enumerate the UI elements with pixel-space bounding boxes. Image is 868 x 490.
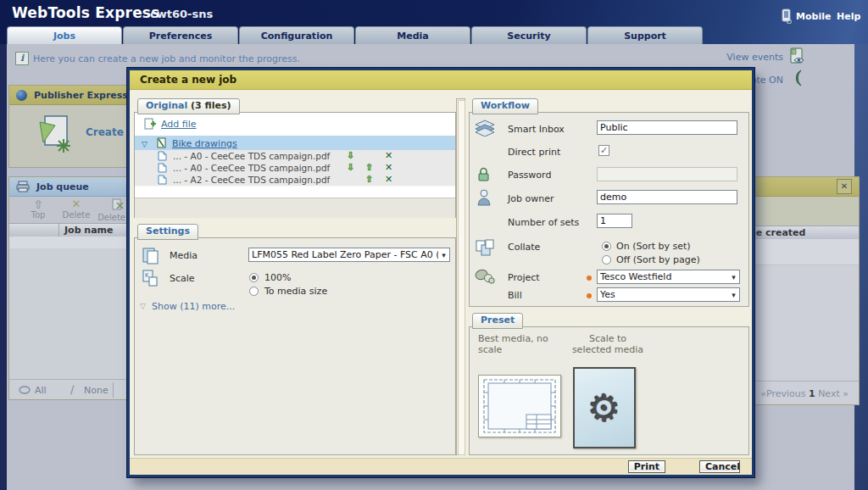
publisher-express-icon — [16, 90, 27, 101]
app-title: WebTools Express — [12, 4, 160, 21]
dropdown-arrow-icon: ▾ — [438, 251, 449, 259]
folder-name-link[interactable]: Bike drawings — [172, 136, 237, 151]
view-events-icon[interactable] — [788, 47, 807, 66]
document-icon — [158, 175, 167, 185]
page-number[interactable]: 1 — [809, 388, 815, 399]
move-down-icon[interactable]: ⇩ — [347, 150, 354, 161]
remove-file-icon[interactable]: ✕ — [385, 150, 392, 161]
media-select[interactable]: LFM055 Red Label Zero Paper - FSC A0 (84… — [248, 248, 450, 262]
settings-tab: Settings — [137, 224, 198, 240]
job-name-column[interactable]: Job name — [64, 224, 114, 237]
bill-select[interactable]: Yes ▾ — [597, 287, 740, 302]
close-panel-icon[interactable]: ✕ — [837, 179, 852, 194]
help-link[interactable]: Help — [837, 11, 860, 22]
scale-100-label[interactable]: 100% — [264, 272, 291, 283]
smart-inbox-input[interactable] — [597, 120, 737, 135]
media-icon — [142, 247, 160, 265]
remove-file-icon[interactable]: ✕ — [385, 162, 392, 173]
info-text: Here you can create a new job and monito… — [33, 53, 300, 64]
password-label: Password — [508, 170, 551, 181]
select-all-link[interactable]: All — [35, 385, 47, 396]
tab-configuration[interactable]: Configuration — [239, 26, 354, 44]
document-icon — [158, 163, 167, 173]
project-required-icon — [587, 276, 592, 281]
next-link[interactable]: Next » — [818, 388, 849, 399]
job-queue-title: Job queue — [36, 181, 89, 192]
file-name: ... - A0 - CeeCee TDS campaign.pdf — [173, 150, 330, 162]
mobile-icon — [780, 8, 793, 24]
collate-on-label[interactable]: On (Sort by set) — [616, 241, 691, 252]
select-none-icon: ∕ — [70, 383, 74, 396]
bill-label: Bill — [508, 290, 522, 301]
cancel-button[interactable]: Cancel — [699, 460, 740, 473]
gear-image: ⚙ — [587, 387, 620, 430]
add-file-link[interactable]: Add file — [161, 119, 197, 130]
project-label: Project — [508, 272, 540, 283]
folder-row[interactable]: ▽ Bike drawings — [135, 136, 455, 150]
delete-button[interactable]: ✕ Delete — [57, 198, 96, 220]
file-row[interactable]: ... - A0 - CeeCee TDS campaign.pdf ⇩ ✕ — [135, 150, 455, 163]
webtools-express-app: WebTools Express cwt60-sns Mobile Help J… — [0, 0, 868, 490]
settings-group: Media LFM055 Red Label Zero Paper - FSC … — [134, 237, 456, 455]
select-none-link[interactable]: None — [84, 385, 108, 396]
delete-icon: ✕ — [57, 198, 96, 210]
dropdown-arrow-icon: ▾ — [728, 291, 739, 299]
lock-icon — [477, 167, 490, 181]
mobile-link[interactable]: Mobile — [796, 11, 831, 22]
collate-off-radio[interactable] — [602, 255, 611, 264]
workflow-group: Smart Inbox Direct print ✓ Password Job … — [469, 112, 749, 307]
move-up-icon[interactable]: ⇧ — [365, 174, 373, 185]
tab-jobs[interactable]: Jobs — [7, 26, 122, 44]
view-events-link[interactable]: View events — [717, 52, 783, 63]
info-icon: i — [15, 52, 29, 65]
file-row[interactable]: ... - A2 - CeeCee TDS campaign.pdf ⇧ ✕ — [135, 174, 455, 187]
number-of-sets-label: Number of sets — [508, 217, 579, 228]
tab-preferences[interactable]: Preferences — [123, 26, 238, 44]
file-row[interactable]: ... - A0 - CeeCee TDS campaign.pdf ⇩ ⇧ ✕ — [135, 162, 455, 175]
job-owner-icon — [477, 189, 492, 206]
preset-best-media-option[interactable] — [478, 375, 561, 437]
preset-scale-to-media-option[interactable]: ⚙ — [573, 367, 636, 448]
password-input — [597, 167, 737, 181]
remote-on-moon-icon — [790, 70, 805, 86]
scale-100-radio[interactable] — [249, 273, 259, 282]
publisher-express-title: Publisher Express — [34, 90, 128, 101]
previous-link[interactable]: «Previous — [760, 388, 805, 399]
bill-required-icon — [587, 293, 592, 298]
delete-all-icon — [111, 198, 125, 210]
smart-inbox-icon — [475, 120, 495, 136]
number-of-sets-input[interactable] — [597, 214, 632, 228]
collate-label: Collate — [508, 242, 540, 253]
scale-to-media-radio[interactable] — [249, 287, 259, 296]
scale-label: Scale — [170, 273, 195, 284]
preset-option-1-label: Best media, no scale — [478, 333, 571, 355]
show-more-expander-icon[interactable]: ▽ — [140, 302, 146, 310]
dropdown-arrow-icon: ▾ — [728, 273, 739, 281]
scale-to-media-label[interactable]: To media size — [264, 286, 327, 297]
move-up-icon[interactable]: ⇧ — [365, 162, 373, 173]
tab-media[interactable]: Media — [355, 26, 470, 44]
smart-inbox-label: Smart Inbox — [508, 124, 565, 135]
tab-security[interactable]: Security — [471, 26, 587, 44]
top-button[interactable]: ⇧ Top — [21, 198, 55, 220]
preset-tab: Preset — [472, 313, 523, 329]
scrollbar-thumb[interactable] — [458, 100, 465, 455]
original-tab: Original (3 files) — [137, 98, 240, 114]
left-column-scrollbar[interactable] — [456, 98, 465, 455]
tab-support[interactable]: Support — [587, 26, 703, 44]
job-owner-input[interactable] — [597, 190, 737, 204]
original-file-count: (3 files) — [191, 100, 231, 111]
move-down-icon[interactable]: ⇩ — [347, 162, 354, 173]
original-group: Add file ▽ Bike drawings ... - A0 - CeeC… — [134, 112, 456, 218]
media-label: Media — [170, 250, 198, 261]
print-button[interactable]: Print — [628, 460, 665, 473]
show-more-link[interactable]: Show (11) more... — [152, 301, 235, 312]
direct-print-checkbox[interactable]: ✓ — [598, 145, 609, 156]
collate-off-label[interactable]: Off (Sort by page) — [616, 254, 700, 265]
remove-file-icon[interactable]: ✕ — [385, 174, 392, 185]
create-new-job-icon[interactable] — [33, 114, 74, 153]
direct-print-label: Direct print — [508, 147, 560, 158]
workflow-tab: Workflow — [472, 98, 538, 114]
collate-on-radio[interactable] — [602, 242, 611, 251]
project-select[interactable]: Tesco Westfield ▾ — [597, 270, 740, 284]
